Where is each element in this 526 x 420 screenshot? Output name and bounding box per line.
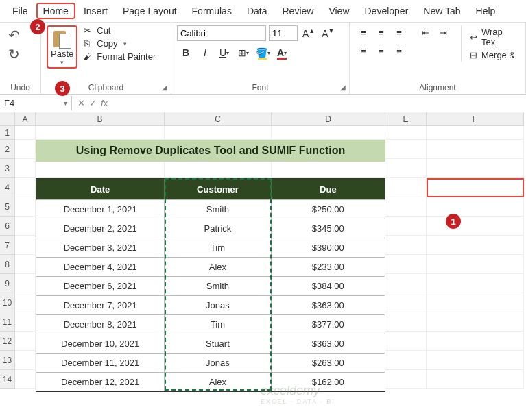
name-box-dropdown-icon[interactable]: ▾ [64, 99, 67, 107]
cell[interactable] [272, 159, 385, 178]
cell[interactable] [15, 236, 36, 255]
cell[interactable] [427, 126, 524, 140]
cell[interactable] [385, 178, 427, 197]
menu-review[interactable]: Review [276, 3, 321, 19]
menu-help[interactable]: Help [469, 3, 503, 19]
menu-data[interactable]: Data [240, 3, 274, 19]
table-cell[interactable]: $363.00 [272, 295, 385, 314]
col-header-f[interactable]: F [427, 112, 524, 126]
table-cell[interactable]: December 6, 2021 [36, 276, 165, 295]
table-cell[interactable]: Alex [165, 372, 271, 391]
row-header[interactable]: 2 [0, 140, 15, 159]
cell[interactable] [385, 126, 427, 140]
paste-dropdown-icon[interactable]: ▾ [60, 59, 64, 66]
grow-font-button[interactable]: A▲ [300, 27, 317, 39]
menu-view[interactable]: View [322, 3, 356, 19]
cell[interactable] [15, 351, 36, 370]
menu-formulas[interactable]: Formulas [185, 3, 239, 19]
font-name-select[interactable] [177, 25, 266, 41]
row-header[interactable]: 7 [0, 236, 15, 255]
row-header[interactable]: 3 [0, 159, 15, 178]
decrease-indent-button[interactable]: ⇤ [417, 25, 433, 39]
cell[interactable] [385, 140, 427, 159]
table-cell[interactable]: Jonas [165, 353, 271, 372]
table-cell[interactable]: $263.00 [272, 353, 385, 372]
cell[interactable] [385, 370, 427, 389]
table-cell[interactable]: December 7, 2021 [36, 295, 165, 314]
table-cell[interactable]: December 1, 2021 [36, 199, 165, 219]
cancel-icon[interactable]: ✕ [77, 98, 85, 108]
table-cell[interactable]: Stuart [165, 334, 271, 353]
row-header[interactable]: 5 [0, 197, 15, 217]
cell[interactable] [165, 159, 272, 178]
table-cell[interactable]: December 10, 2021 [36, 334, 165, 353]
cell[interactable] [427, 197, 524, 217]
worksheet-grid[interactable]: A B C D E F 1234567891011121314Using Rem… [0, 112, 526, 389]
italic-button[interactable]: I [196, 45, 214, 60]
cell[interactable] [427, 293, 524, 312]
align-right-button[interactable]: ≡ [391, 43, 407, 57]
cell[interactable] [385, 236, 427, 255]
menu-file[interactable]: File [5, 3, 35, 19]
table-cell[interactable]: Tim [165, 238, 271, 257]
table-cell[interactable]: December 4, 2021 [36, 257, 165, 276]
align-left-button[interactable]: ≡ [355, 43, 372, 57]
cell[interactable] [385, 312, 427, 332]
wrap-text-button[interactable]: ↩Wrap Tex [467, 25, 520, 49]
align-top-button[interactable]: ≡ [355, 25, 372, 39]
copy-button[interactable]: ⎘Copy▾ [82, 38, 156, 49]
table-cell[interactable]: Patrick [165, 219, 271, 238]
row-header[interactable]: 9 [0, 274, 15, 293]
row-header[interactable]: 10 [0, 293, 15, 312]
font-color-button[interactable]: A▾ [273, 45, 291, 60]
table-cell[interactable]: Jonas [165, 295, 271, 314]
cell[interactable] [427, 351, 524, 370]
table-cell[interactable]: $162.00 [272, 372, 385, 391]
col-header-a[interactable]: A [15, 112, 36, 126]
col-header-e[interactable]: E [385, 112, 427, 126]
cut-button[interactable]: ✂Cut [82, 25, 156, 36]
table-cell[interactable]: December 2, 2021 [36, 219, 165, 238]
name-box[interactable]: F4▾ [0, 96, 72, 110]
enter-icon[interactable]: ✓ [89, 98, 97, 108]
paste-button[interactable]: Paste ▾ [47, 25, 77, 69]
cell[interactable] [15, 293, 36, 312]
cell[interactable] [427, 140, 524, 159]
row-header[interactable]: 4 [0, 178, 15, 197]
align-middle-button[interactable]: ≡ [373, 25, 390, 39]
cell[interactable] [272, 126, 385, 140]
table-cell[interactable]: $363.00 [272, 334, 385, 353]
cell[interactable] [15, 312, 36, 332]
cell[interactable] [36, 159, 165, 178]
table-cell[interactable]: Smith [165, 276, 271, 295]
format-painter-button[interactable]: 🖌Format Painter [82, 51, 156, 62]
table-cell[interactable]: Alex [165, 257, 271, 276]
cell[interactable] [385, 217, 427, 236]
table-cell[interactable]: December 12, 2021 [36, 372, 165, 391]
col-header-b[interactable]: B [36, 112, 165, 126]
clipboard-launcher-icon[interactable]: ◢ [160, 84, 169, 92]
cell[interactable] [15, 140, 36, 159]
cell[interactable] [385, 351, 427, 370]
menu-page-layout[interactable]: Page Layout [116, 3, 184, 19]
row-header[interactable]: 8 [0, 255, 15, 274]
row-header[interactable]: 12 [0, 332, 15, 351]
cell[interactable] [15, 274, 36, 293]
cell[interactable] [427, 159, 524, 178]
cell[interactable] [385, 274, 427, 293]
font-launcher-icon[interactable]: ◢ [339, 84, 347, 92]
cell[interactable] [15, 126, 36, 140]
borders-button[interactable]: ⊞▾ [235, 45, 252, 60]
menu-home[interactable]: Home [36, 3, 75, 19]
row-header[interactable]: 13 [0, 351, 15, 370]
cell[interactable] [36, 126, 165, 140]
fill-color-button[interactable]: 🪣▾ [254, 45, 272, 60]
table-cell[interactable]: $384.00 [272, 276, 385, 295]
cell[interactable] [15, 159, 36, 178]
cell[interactable] [427, 332, 524, 351]
cell[interactable] [385, 159, 427, 178]
increase-indent-button[interactable]: ⇥ [435, 25, 451, 39]
cell[interactable] [15, 217, 36, 236]
redo-button[interactable]: ↻ [5, 45, 35, 64]
cell[interactable] [15, 197, 36, 217]
